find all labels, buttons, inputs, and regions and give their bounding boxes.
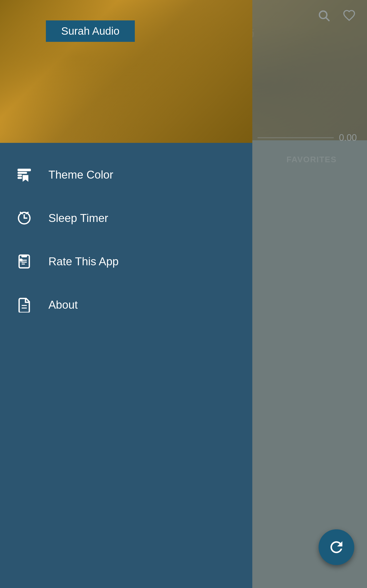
sleep-timer-icon <box>15 209 33 227</box>
drawer-title-text: Surah Audio <box>61 25 120 37</box>
sleep-timer-label: Sleep Timer <box>48 212 108 224</box>
svg-marker-4 <box>23 176 28 181</box>
drawer-header-image: Surah Audio <box>0 0 252 143</box>
theme-color-icon <box>15 166 33 184</box>
drawer-item-rate-app[interactable]: Rate This App <box>0 240 252 283</box>
fab-refresh-button[interactable] <box>319 529 354 565</box>
refresh-icon <box>327 538 345 556</box>
svg-rect-6 <box>18 177 22 179</box>
svg-rect-2 <box>18 169 31 171</box>
svg-rect-13 <box>22 255 27 257</box>
svg-rect-3 <box>18 172 27 173</box>
right-overlay-dim <box>252 0 367 588</box>
drawer-item-about[interactable]: About <box>0 283 252 327</box>
svg-rect-5 <box>18 175 22 176</box>
about-label: About <box>48 298 78 311</box>
rate-app-label: Rate This App <box>48 255 119 268</box>
svg-rect-18 <box>19 260 23 262</box>
drawer-item-theme-color[interactable]: Theme Color <box>0 153 252 196</box>
drawer: Surah Audio Theme Color <box>0 0 252 588</box>
drawer-title-badge: Surah Audio <box>46 20 135 42</box>
drawer-item-sleep-timer[interactable]: Sleep Timer <box>0 196 252 240</box>
rate-app-icon <box>15 253 33 270</box>
about-icon <box>15 296 33 314</box>
drawer-menu: Theme Color Sleep Timer <box>0 143 252 337</box>
theme-color-label: Theme Color <box>48 168 113 181</box>
